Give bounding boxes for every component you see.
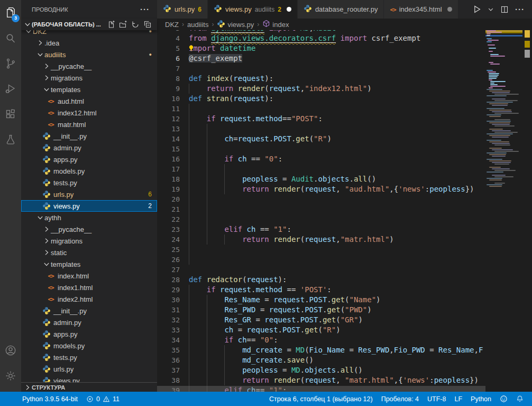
code-line-34[interactable]: 34 if ch== "0": [157, 335, 485, 345]
tree-item-tests.py[interactable]: tests.py [21, 351, 157, 363]
tab-urls.py[interactable]: urls.py6 [157, 0, 208, 19]
tree-item-.idea[interactable]: .idea [21, 37, 157, 49]
status-eol[interactable]: LF [450, 392, 466, 406]
collapse-all-icon[interactable] [142, 19, 153, 30]
code-line-13[interactable]: 13 [157, 124, 485, 134]
code-line-24[interactable]: 24 return render(request,"matr.html") [157, 234, 485, 245]
tree-item-__init__.py[interactable]: __init__.py [21, 130, 157, 142]
tree-item-index2.html[interactable]: <>index2.html [21, 293, 157, 305]
tree-item-models.py[interactable]: models.py [21, 340, 157, 351]
code-line-10[interactable]: 10def stran(request): [157, 94, 485, 104]
code-line-12[interactable]: 12 if request.method=="POST": [157, 114, 485, 124]
tree-item-DKZ[interactable]: DKZ● [21, 30, 157, 37]
tree-item-static[interactable]: static [21, 247, 157, 258]
status-encoding[interactable]: UTF-8 [423, 392, 450, 406]
panel-more-actions-button[interactable]: ··· [140, 5, 150, 14]
search-icon[interactable] [0, 25, 21, 51]
code-line-31[interactable]: 31 Res_PWD = request.POST.get("PWD") [157, 305, 485, 315]
status-cursor-position[interactable]: Строка 6, столбец 1 (выбрано 12) [265, 392, 377, 406]
account-icon[interactable] [0, 338, 21, 363]
code-line-27[interactable]: 27 [157, 265, 485, 275]
code-line-5[interactable]: 5import datetime [157, 43, 485, 53]
tree-item-views.py[interactable]: views.py [21, 375, 157, 382]
new-file-icon[interactable] [106, 19, 116, 30]
run-debug-icon[interactable] [0, 76, 21, 102]
tree-item-index1.html[interactable]: <>index1.html [21, 282, 157, 293]
tree-item-admin.py[interactable]: admin.py [21, 317, 157, 328]
code-line-35[interactable]: 35 md_create = MD(Fio_Name = Res_PWD,Fio… [157, 345, 485, 355]
tree-item-apps.py[interactable]: apps.py [21, 328, 157, 340]
code-line-11[interactable]: 11 [157, 104, 485, 114]
testing-icon[interactable] [0, 127, 21, 152]
tree-item-matr.html[interactable]: <>matr.html [21, 119, 157, 130]
breadcrumb-item-views.py[interactable]: views.py [217, 20, 254, 30]
source-control-icon[interactable] [0, 51, 21, 76]
breadcrumb-item-DKZ[interactable]: DKZ [165, 21, 179, 29]
code-line-17[interactable]: 17 [157, 164, 485, 174]
minimap[interactable] [485, 30, 522, 392]
code-line-22[interactable]: 22 [157, 214, 485, 224]
code-line-20[interactable]: 20 [157, 194, 485, 204]
dirty-dot[interactable] [447, 7, 452, 12]
code-line-16[interactable]: 16 if ch == "0": [157, 154, 485, 164]
status-feedback[interactable] [496, 392, 512, 406]
code-line-6[interactable]: 6@csrf_exempt [157, 53, 485, 64]
code-line-29[interactable]: 29 if request.method == 'POST': [157, 285, 485, 295]
tree-item-models.py[interactable]: models.py [21, 165, 157, 177]
code-editor[interactable]: 3from aythh.models import MD,Audit4from … [157, 30, 532, 392]
tree-item-aud.html[interactable]: <>aud.html [21, 95, 157, 107]
code-line-18[interactable]: 18 peopless = Audit.objects.all() [157, 174, 485, 184]
breadcrumb-item-audiiits[interactable]: audiiits [187, 21, 208, 29]
tree-item-templates[interactable]: templates [21, 258, 157, 270]
code-line-14[interactable]: 14 ch=request.POST.get("R") [157, 134, 485, 144]
tree-item-admin.py[interactable]: admin.py [21, 142, 157, 154]
editor-action-run-dropdown-icon[interactable] [488, 6, 494, 13]
code-line-32[interactable]: 32 Res_GR = request.POST.get("GR") [157, 315, 485, 325]
tree-item-aythh[interactable]: aythh [21, 212, 157, 223]
code-line-21[interactable]: 21 [157, 204, 485, 214]
code-line-8[interactable]: 8def index(request): [157, 74, 485, 84]
code-line-7[interactable]: 7 [157, 64, 485, 74]
status-python-version[interactable]: Python 3.9.5 64-bit [18, 392, 82, 406]
status-problems[interactable]: 011 [82, 392, 124, 406]
extensions-icon[interactable] [0, 102, 21, 127]
tree-item-index.html[interactable]: <>index.html [21, 270, 157, 282]
code-line-25[interactable]: 25 [157, 245, 485, 255]
code-line-30[interactable]: 30 Res_Name = request.POST.get("Name") [157, 295, 485, 305]
tab-index345.html[interactable]: <>index345.html [384, 0, 458, 19]
tree-item-migrations[interactable]: migrations [21, 235, 157, 247]
breadcrumb-item-index[interactable]: index [262, 20, 289, 29]
workspace-section-header[interactable]: (РАБОЧАЯ ОБЛАСТЬ) ... [21, 19, 157, 30]
tree-item-__init__.py[interactable]: __init__.py [21, 305, 157, 317]
tree-item-audiiits[interactable]: audiiits● [21, 49, 157, 60]
tree-item-tests.py[interactable]: tests.py [21, 177, 157, 188]
tree-item-apps.py[interactable]: apps.py [21, 154, 157, 165]
status-indentation[interactable]: Пробелов: 4 [377, 392, 423, 406]
code-line-4[interactable]: 4from django.views.decorators.csrf impor… [157, 33, 485, 43]
tree-item-urls.py[interactable]: urls.py [21, 363, 157, 375]
status-notifications[interactable] [512, 392, 528, 406]
new-folder-icon[interactable] [118, 19, 129, 30]
editor-action-more-actions[interactable]: ··· [515, 5, 525, 14]
code-line-37[interactable]: 37 peopless = MD.objects.all() [157, 365, 485, 375]
code-line-26[interactable]: 26 [157, 255, 485, 265]
lightbulb-icon[interactable] [188, 44, 195, 55]
editor-action-run-icon[interactable] [472, 5, 481, 14]
code-line-38[interactable]: 38 return render(request, "matr.html",{'… [157, 375, 485, 385]
horizontal-scrollbar[interactable] [157, 386, 485, 392]
tree-item-migrations[interactable]: migrations [21, 72, 157, 84]
settings-icon[interactable] [0, 363, 21, 389]
tree-item-urls.py[interactable]: urls.py6 [21, 188, 157, 200]
tab-views.py[interactable]: views.pyaudiiits2 [208, 0, 298, 19]
tree-item-index12.html[interactable]: <>index12.html [21, 107, 157, 119]
code-line-15[interactable]: 15 [157, 144, 485, 154]
code-line-33[interactable]: 33 ch = request.POST.get("R") [157, 325, 485, 335]
tab-database_roouter.py[interactable]: database_roouter.py [298, 0, 384, 19]
code-line-28[interactable]: 28def redactor(request): [157, 275, 485, 285]
code-line-23[interactable]: 23 elif ch == "1": [157, 224, 485, 234]
tree-item-views.py[interactable]: views.py2 [21, 200, 157, 212]
explorer-icon[interactable]: 3 [0, 0, 21, 25]
dirty-dot[interactable] [287, 7, 291, 12]
code-line-19[interactable]: 19 return render(request, "aud.html",{'n… [157, 184, 485, 194]
status-language-mode[interactable]: Python [466, 392, 496, 406]
